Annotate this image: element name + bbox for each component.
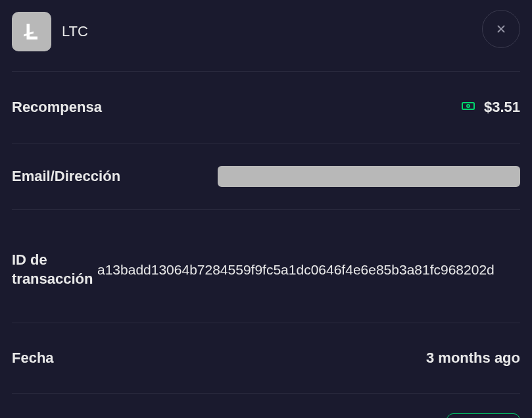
reward-amount: $3.51 [484,99,520,116]
email-label: Email/Dirección [12,168,120,185]
coin-info: LTC [12,12,88,51]
check-button[interactable]: Check [447,413,520,418]
date-label: Fecha [12,350,54,367]
modal-header: LTC [12,12,520,71]
email-row: Email/Dirección [12,143,520,209]
reward-row: Recompensa $3.51 [12,71,520,143]
svg-rect-0 [462,103,474,109]
date-row: Fecha 3 months ago [12,323,520,393]
reward-value-container: $3.51 [460,98,520,117]
transaction-id-label: ID de transacción [12,251,97,288]
close-icon [495,23,507,35]
coin-symbol: LTC [62,23,88,40]
date-value: 3 months ago [426,350,520,367]
ltc-coin-icon [12,12,51,51]
svg-point-1 [467,105,470,107]
status-row: Estado Check [12,393,520,418]
reward-label: Recompensa [12,99,102,116]
transaction-detail-modal: LTC Recompensa $3.51 Email/Dirección ID … [0,0,532,418]
transaction-id-row: ID de transacción a13badd13064b7284559f9… [12,209,520,323]
transaction-id-value: a13badd13064b7284559f9fc5a1dc0646f4e6e85… [97,262,495,278]
email-address-field[interactable] [218,166,520,187]
close-button[interactable] [482,10,520,48]
cash-icon [460,98,476,117]
